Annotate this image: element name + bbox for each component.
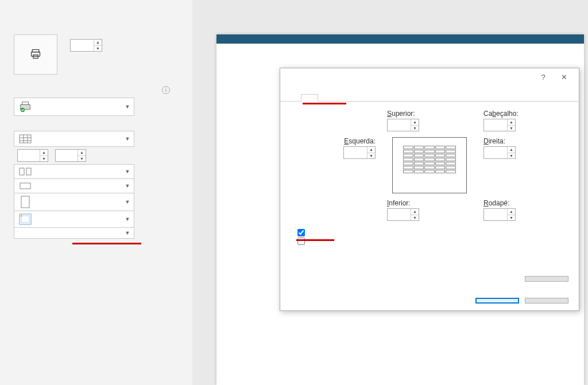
table-header — [216, 34, 584, 44]
cancel-button[interactable] — [525, 298, 568, 304]
orientation-icon — [18, 181, 33, 190]
cabecalho-stepper[interactable]: ▲▼ — [483, 119, 516, 131]
annotation-underline — [72, 243, 141, 244]
ok-button[interactable] — [475, 298, 519, 304]
svg-rect-13 — [20, 183, 30, 189]
svg-rect-4 — [22, 102, 29, 105]
setting-collated[interactable]: ▼ — [14, 164, 134, 179]
page-setup-dialog: ? ✕ Superior: ▲▼ Cabeçalho: ▲▼ Esquerda:… — [280, 68, 579, 311]
setting-active-sheets[interactable]: ▼ — [14, 131, 134, 147]
annotation-underline — [296, 239, 334, 241]
svg-rect-6 — [20, 135, 31, 143]
center-horizontal-checkbox[interactable] — [297, 229, 568, 236]
options-button[interactable] — [525, 276, 568, 282]
tab-cabecalho[interactable] — [318, 94, 335, 101]
sheets-icon — [18, 134, 33, 144]
setting-orientation[interactable]: ▼ — [14, 179, 134, 193]
setting-scaling[interactable]: ▼ — [14, 228, 134, 239]
chevron-down-icon: ▼ — [123, 216, 131, 222]
setting-margins[interactable]: ▼ — [14, 211, 134, 228]
chevron-down-icon: ▼ — [123, 199, 131, 205]
chevron-down-icon: ▼ — [123, 230, 131, 236]
center-on-page — [291, 229, 568, 245]
svg-point-17 — [21, 215, 22, 217]
rodape-stepper[interactable]: ▲▼ — [483, 208, 516, 221]
svg-rect-0 — [32, 49, 39, 52]
field-cabecalho: Cabeçalho: ▲▼ — [483, 110, 568, 131]
svg-rect-1 — [32, 52, 40, 56]
copies-stepper[interactable]: ▲▼ — [70, 39, 102, 52]
print-button[interactable] — [14, 34, 57, 75]
tab-margens[interactable] — [301, 94, 318, 102]
direita-stepper[interactable]: ▲▼ — [483, 146, 516, 159]
dialog-help-button[interactable]: ? — [533, 69, 554, 85]
tab-planilha[interactable] — [335, 94, 353, 101]
printer-selector[interactable]: ▼ — [14, 98, 134, 116]
copies-down-icon[interactable]: ▼ — [94, 46, 102, 52]
field-rodape: Rodapé: ▲▼ — [483, 199, 568, 221]
page-icon — [18, 196, 33, 208]
center-vertical-checkbox[interactable] — [297, 238, 568, 245]
field-direita: Direita: ▲▼ — [483, 137, 568, 159]
margin-preview-graphic — [392, 137, 467, 193]
collate-icon — [18, 167, 33, 176]
chevron-down-icon: ▼ — [123, 169, 131, 174]
chevron-down-icon: ▼ — [123, 183, 131, 189]
svg-rect-14 — [21, 196, 29, 208]
pages-from-stepper[interactable]: ▲▼ — [17, 149, 48, 162]
pages-to-stepper[interactable]: ▲▼ — [55, 149, 86, 162]
field-superior: Superior: ▲▼ — [387, 110, 472, 131]
margins-icon — [18, 213, 33, 225]
chevron-down-icon: ▼ — [123, 104, 131, 110]
dialog-close-button[interactable]: ✕ — [554, 69, 574, 85]
dialog-tabs — [280, 85, 579, 102]
setting-paper[interactable]: ▼ — [14, 193, 134, 211]
inferior-stepper[interactable]: ▲▼ — [387, 208, 419, 221]
field-inferior: Inferior: ▲▼ — [387, 199, 472, 221]
info-icon[interactable]: i — [162, 86, 170, 94]
superior-stepper[interactable]: ▲▼ — [387, 119, 419, 131]
copies-input[interactable] — [71, 40, 94, 51]
tab-pagina[interactable] — [284, 94, 301, 101]
copies-up-icon[interactable]: ▲ — [94, 40, 102, 46]
field-esquerda: Esquerda: ▲▼ — [291, 137, 376, 159]
esquerda-stepper[interactable]: ▲▼ — [343, 146, 376, 159]
printer-ready-icon — [18, 100, 33, 113]
svg-rect-11 — [20, 168, 24, 175]
printer-icon — [30, 48, 41, 61]
chevron-down-icon: ▼ — [123, 136, 131, 142]
svg-rect-12 — [26, 168, 31, 175]
